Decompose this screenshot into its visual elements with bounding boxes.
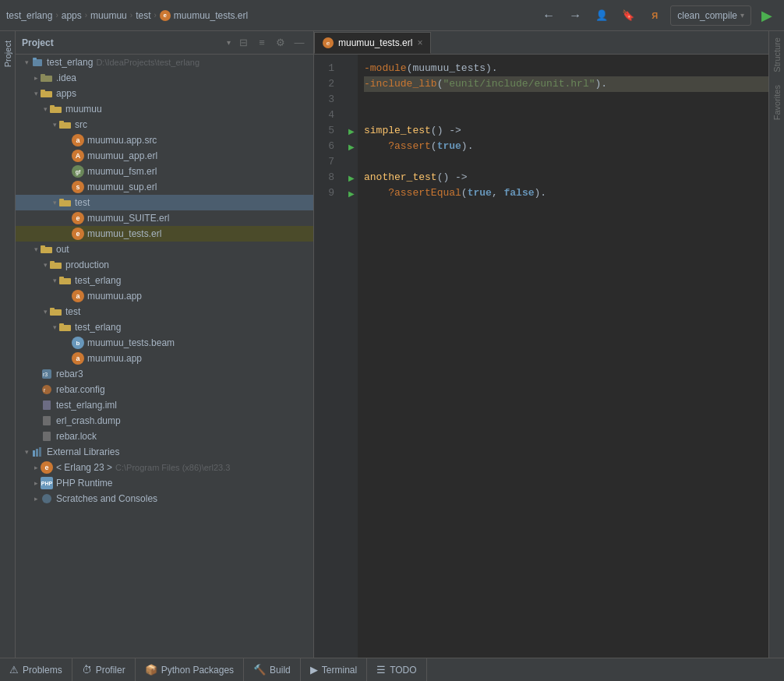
tab-bar: e muumuu_tests.erl × (314, 31, 768, 55)
tree-item-muumuu-app-src[interactable]: a muumuu.app.src (16, 132, 313, 148)
bookmark-button[interactable]: 🔖 (617, 5, 639, 26)
vcs-button[interactable]: 👤 (591, 5, 613, 26)
tree-item-muumuu-sup-erl[interactable]: s muumuu_sup.erl (16, 179, 313, 195)
label-muumuu: muumuu (65, 104, 102, 115)
tree-item-src[interactable]: src (16, 117, 313, 132)
tree-item-external-libs[interactable]: External Libraries (16, 444, 313, 460)
tab-muumuu-tests[interactable]: e muumuu_tests.erl × (314, 32, 431, 54)
project-panel-tab[interactable]: Project (2, 34, 14, 73)
svg-rect-12 (41, 247, 52, 253)
tree-item-scratches[interactable]: Scratches and Consoles (16, 491, 313, 506)
tree-item-test-erlang-prod[interactable]: test_erlang (16, 273, 313, 288)
label-muumuu-tests: muumuu_tests.erl (87, 228, 161, 239)
svg-rect-0 (33, 59, 42, 66)
tree-item-php-runtime[interactable]: PHP PHP Runtime (16, 475, 313, 491)
tree-item-production[interactable]: production (16, 257, 313, 273)
label-muumuu-app-prod: muumuu.app (87, 291, 142, 302)
tree-item-erl-crash-dump[interactable]: erl_crash.dump (16, 413, 313, 429)
run-gutter: ▶ ▶ ▶ ▶ (345, 55, 358, 658)
tree-item-muumuu-fsm-erl[interactable]: gf muumuu_fsm.erl (16, 164, 313, 179)
folder-icon-test-erlang-out (59, 323, 72, 332)
project-panel-title: Project (22, 37, 219, 48)
label-apps: apps (56, 88, 76, 99)
tree-item-out[interactable]: out (16, 242, 313, 257)
tree-item-test-erlang-iml[interactable]: test_erlang.iml (16, 397, 313, 413)
project-panel-header: Project ▾ ⊟ ≡ ⚙ — (16, 31, 313, 55)
status-tab-todo[interactable]: ☰ TODO (367, 658, 426, 682)
left-sidebar-icons: Project (0, 31, 16, 658)
status-tab-terminal[interactable]: ▶ Terminal (301, 658, 367, 682)
icon-rebar3: r3 (41, 368, 53, 380)
svg-rect-20 (59, 325, 71, 331)
run-config-selector[interactable]: clean_compile ▾ (670, 5, 751, 26)
settings-icon[interactable]: ⚙ (273, 35, 288, 51)
tree-item-muumuu-suite[interactable]: e muumuu_SUITE.erl (16, 210, 313, 226)
label-rebar-config: rebar.config (56, 384, 105, 395)
tree-item-rebar3[interactable]: r3 rebar3 (16, 366, 313, 382)
tree-item-muumuu-app-out[interactable]: a muumuu.app (16, 351, 313, 366)
breadcrumb-file[interactable]: e muumuu_tests.erl (160, 10, 248, 21)
collapse-all-icon[interactable]: ⊟ (235, 35, 251, 51)
tree-item-muumuu-tests[interactable]: e muumuu_tests.erl (16, 226, 313, 242)
tree-item-muumuu-app-erl[interactable]: A muumuu_app.erl (16, 148, 313, 164)
label-php-runtime: PHP Runtime (56, 478, 112, 489)
label-rebar-lock: rebar.lock (56, 431, 97, 442)
structure-panel-tab[interactable]: Structure (771, 31, 783, 79)
code-editor[interactable]: -module(muumuu_tests). -include_lib("eun… (358, 55, 768, 658)
forward-button[interactable]: → (564, 5, 586, 26)
tree-item-muumuu-app-prod[interactable]: a muumuu.app (16, 288, 313, 304)
status-tab-build[interactable]: 🔨 Build (244, 658, 301, 682)
todo-label: TODO (390, 665, 416, 676)
label-test-erlang-out: test_erlang (75, 322, 121, 333)
run-assert[interactable]: ▶ (345, 139, 358, 154)
tab-close-button[interactable]: × (417, 37, 422, 48)
svg-point-32 (42, 494, 51, 503)
label-muumuu-app-erl: muumuu_app.erl (87, 150, 157, 161)
run-another-test[interactable]: ▶ (345, 170, 358, 185)
status-tab-profiler[interactable]: ⏱ Profiler (72, 658, 136, 682)
close-panel-icon[interactable]: — (291, 35, 307, 51)
search-button[interactable]: Я (644, 5, 666, 26)
breadcrumb-muumuu[interactable]: muumuu (90, 10, 127, 21)
run-button[interactable]: ▶ (756, 5, 778, 26)
svg-rect-3 (41, 74, 45, 76)
editor[interactable]: 1 2 3 4 5 6 7 8 9 ▶ ▶ ▶ ▶ (314, 55, 768, 658)
icon-muumuu-suite: e (72, 212, 84, 224)
tree-item-test-out[interactable]: test (16, 304, 313, 319)
label-erl-crash-dump: erl_crash.dump (56, 415, 121, 426)
tree-item-muumuu-tests-beam[interactable]: b muumuu_tests.beam (16, 335, 313, 351)
breadcrumb-test-erlang[interactable]: test_erlang (6, 10, 52, 21)
tree-item-idea[interactable]: .idea (16, 70, 313, 86)
status-tab-problems[interactable]: ⚠ Problems (0, 658, 72, 682)
run-assert-equal[interactable]: ▶ (345, 185, 358, 201)
breadcrumb-apps[interactable]: apps (62, 10, 82, 21)
status-tab-python-packages[interactable]: 📦 Python Packages (136, 658, 244, 682)
icon-muumuu-app-src: a (72, 134, 84, 146)
icon-muumuu-tests-beam: b (72, 337, 84, 349)
run-simple-test[interactable]: ▶ (345, 123, 358, 139)
arrow-muumuu (41, 105, 50, 113)
problems-label: Problems (23, 665, 62, 676)
back-button[interactable]: ← (538, 5, 560, 26)
tree-item-test-erlang-out[interactable]: test_erlang (16, 319, 313, 335)
dropdown-arrow[interactable]: ▾ (227, 38, 231, 47)
tree-item-test-folder[interactable]: test (16, 195, 313, 210)
tree-item-muumuu[interactable]: muumuu (16, 101, 313, 117)
expand-all-icon[interactable]: ≡ (254, 35, 270, 51)
label-test-folder: test (75, 197, 90, 208)
tree-item-rebar-lock[interactable]: rebar.lock (16, 429, 313, 444)
tree-item-erlang23[interactable]: e < Erlang 23 > C:\Program Files (x86)\e… (16, 460, 313, 475)
profiler-label: Profiler (96, 665, 125, 676)
tree-item-rebar-config[interactable]: r rebar.config (16, 382, 313, 397)
tree-item-apps[interactable]: apps (16, 86, 313, 101)
favorites-panel-tab[interactable]: Favorites (771, 79, 783, 126)
top-bar: test_erlang › apps › muumuu › test › e m… (0, 0, 784, 31)
label-test-out: test (65, 306, 80, 317)
code-line-1: -module(muumuu_tests). (364, 61, 768, 76)
tree-item-test-erlang-root[interactable]: test_erlang D:\IdeaProjects\test_erlang (16, 55, 313, 70)
folder-icon-test (59, 198, 72, 207)
code-line-5: simple_test() -> (364, 123, 768, 139)
breadcrumb-test[interactable]: test (136, 10, 150, 21)
path-erlang23: C:\Program Files (x86)\erl23.3 (115, 463, 230, 472)
main-area: Project Project ▾ ⊟ ≡ ⚙ — test_erlang D (0, 31, 784, 658)
